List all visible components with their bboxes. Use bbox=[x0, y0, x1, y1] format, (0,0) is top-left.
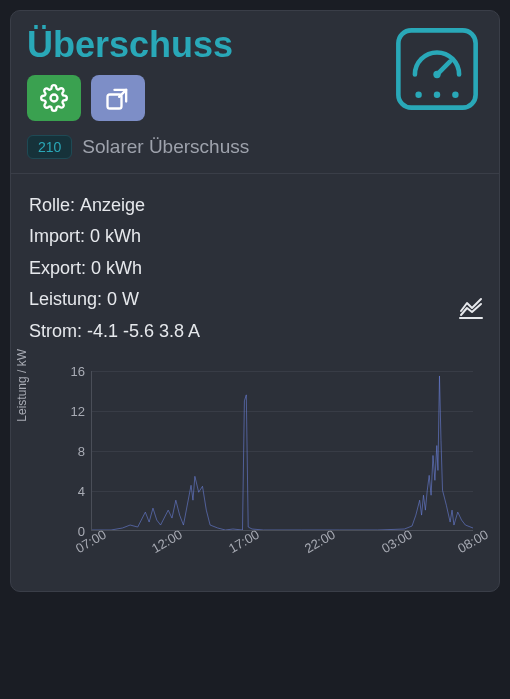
stat-role: Rolle: Anzeige bbox=[29, 190, 481, 222]
y-tick: 4 bbox=[41, 484, 85, 499]
x-tick: 12:00 bbox=[149, 527, 185, 556]
stat-label: Import: bbox=[29, 221, 85, 253]
y-tick: 12 bbox=[41, 404, 85, 419]
stat-label: Leistung: bbox=[29, 284, 102, 316]
y-axis-label: Leistung / kW bbox=[15, 349, 29, 422]
y-tick: 8 bbox=[41, 444, 85, 459]
x-tick: 08:00 bbox=[455, 527, 491, 556]
stat-current: Strom: -4.1 -5.6 3.8 A bbox=[29, 316, 481, 348]
stats-block: Rolle: Anzeige Import: 0 kWh Export: 0 k… bbox=[27, 174, 483, 352]
stat-value: 0 W bbox=[107, 284, 139, 316]
x-axis: 07:0012:0017:0022:0003:0008:00 bbox=[91, 537, 473, 577]
series-line bbox=[92, 371, 473, 530]
button-row bbox=[27, 75, 233, 121]
stat-value: -4.1 -5.6 3.8 A bbox=[87, 316, 200, 348]
svg-point-6 bbox=[434, 92, 440, 98]
line-chart-icon bbox=[459, 297, 483, 319]
stat-label: Export: bbox=[29, 253, 86, 285]
subtitle-row: 210 Solarer Überschuss bbox=[27, 135, 483, 159]
svg-point-7 bbox=[452, 92, 458, 98]
y-tick: 0 bbox=[41, 524, 85, 539]
surplus-card: Überschuss bbox=[10, 10, 500, 592]
plot-area bbox=[91, 371, 473, 531]
stat-power: Leistung: 0 W bbox=[29, 284, 481, 316]
stat-import: Import: 0 kWh bbox=[29, 221, 481, 253]
expand-icon bbox=[104, 84, 132, 112]
x-tick: 22:00 bbox=[302, 527, 338, 556]
stat-value: 0 kWh bbox=[91, 253, 142, 285]
y-axis: 0481216 bbox=[41, 371, 85, 531]
chart: Leistung / kW 0481216 07:0012:0017:0022:… bbox=[27, 371, 483, 581]
gear-icon bbox=[40, 84, 68, 112]
expand-button[interactable] bbox=[91, 75, 145, 121]
chart-toggle-button[interactable] bbox=[459, 297, 483, 323]
y-tick: 16 bbox=[41, 364, 85, 379]
x-tick: 03:00 bbox=[379, 527, 415, 556]
meter-icon bbox=[391, 23, 483, 115]
stat-export: Export: 0 kWh bbox=[29, 253, 481, 285]
id-pill: 210 bbox=[27, 135, 72, 159]
stat-value: Anzeige bbox=[80, 190, 145, 222]
stat-value: 0 kWh bbox=[90, 221, 141, 253]
settings-button[interactable] bbox=[27, 75, 81, 121]
card-header: Überschuss bbox=[27, 25, 483, 121]
header-left: Überschuss bbox=[27, 25, 233, 121]
x-tick: 17:00 bbox=[226, 527, 262, 556]
stat-label: Strom: bbox=[29, 316, 82, 348]
svg-point-5 bbox=[415, 92, 421, 98]
subtitle-text: Solarer Überschuss bbox=[82, 136, 249, 158]
card-title: Überschuss bbox=[27, 25, 233, 65]
stat-label: Rolle: bbox=[29, 190, 75, 222]
svg-line-4 bbox=[437, 62, 450, 75]
svg-point-0 bbox=[51, 94, 58, 101]
